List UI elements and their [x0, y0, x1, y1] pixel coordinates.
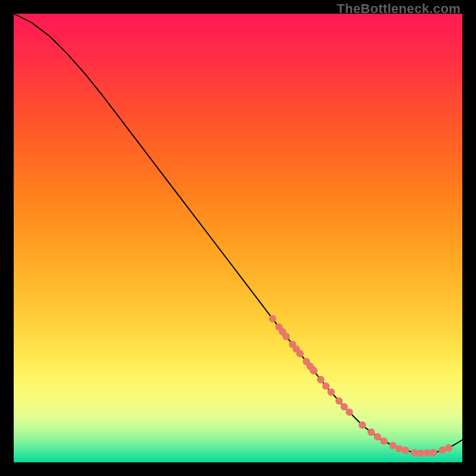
data-dot — [445, 444, 452, 452]
data-dot — [380, 437, 387, 444]
data-dot — [340, 403, 347, 411]
data-dot — [368, 428, 375, 436]
data-dot — [269, 315, 276, 322]
data-dot — [309, 366, 317, 373]
data-dot — [359, 421, 366, 428]
data-dot — [346, 409, 353, 416]
bottleneck-curve — [14, 14, 462, 453]
curve-layer — [14, 14, 462, 462]
data-dots — [269, 315, 452, 456]
data-dot — [389, 442, 396, 449]
watermark: TheBottleneck.com — [337, 1, 461, 17]
data-dot — [322, 383, 330, 390]
data-dot — [411, 449, 418, 456]
chart-stage: TheBottleneck.com — [0, 0, 476, 476]
data-dot — [296, 350, 303, 357]
data-dot — [327, 389, 334, 396]
data-dot — [430, 449, 437, 456]
plot-area — [14, 14, 462, 462]
data-dot — [417, 449, 424, 456]
data-dot — [439, 446, 446, 453]
data-dot — [317, 376, 324, 383]
data-dot — [396, 445, 403, 452]
data-dot — [283, 333, 290, 340]
data-dot — [374, 433, 381, 440]
data-dot — [336, 397, 343, 405]
data-dot — [402, 447, 409, 454]
